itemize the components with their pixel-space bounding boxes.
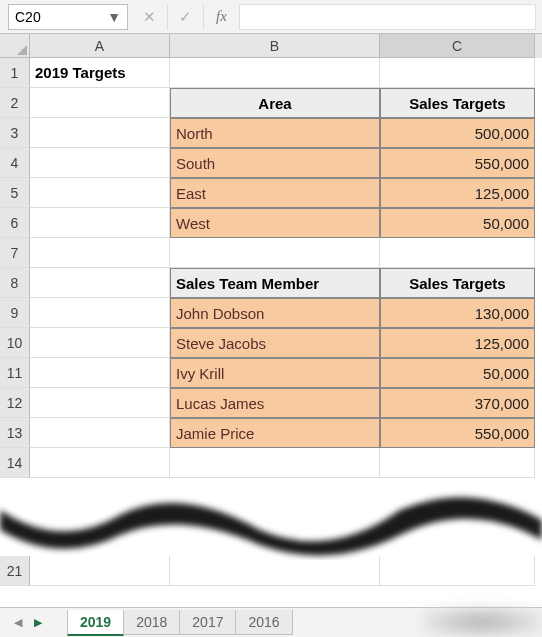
row-header[interactable]: 2 bbox=[0, 88, 30, 118]
row-header[interactable]: 11 bbox=[0, 358, 30, 388]
row-header[interactable]: 3 bbox=[0, 118, 30, 148]
cell-target[interactable]: 370,000 bbox=[380, 388, 535, 418]
col-header-c[interactable]: C bbox=[380, 34, 535, 58]
tab-nav-prev-icon[interactable]: ◀ bbox=[8, 616, 28, 629]
row-header[interactable]: 13 bbox=[0, 418, 30, 448]
cell[interactable] bbox=[30, 298, 170, 328]
row-header[interactable]: 5 bbox=[0, 178, 30, 208]
tab-nav-next-icon[interactable]: ▶ bbox=[28, 616, 48, 629]
formula-bar: C20 ▼ ✕ ✓ fx bbox=[0, 0, 542, 34]
chevron-down-icon[interactable]: ▼ bbox=[107, 9, 121, 25]
cell-b8[interactable]: Sales Team Member bbox=[170, 268, 380, 298]
cancel-formula-button: ✕ bbox=[132, 4, 168, 30]
name-box-value: C20 bbox=[15, 9, 41, 25]
cell-target[interactable]: 130,000 bbox=[380, 298, 535, 328]
cell[interactable] bbox=[30, 238, 170, 268]
fx-button[interactable]: fx bbox=[204, 4, 240, 30]
cell-member[interactable]: Steve Jacobs bbox=[170, 328, 380, 358]
cell-a1[interactable]: 2019 Targets bbox=[30, 58, 170, 88]
cell-c2[interactable]: Sales Targets bbox=[380, 88, 535, 118]
cell[interactable] bbox=[170, 238, 380, 268]
cell[interactable] bbox=[30, 268, 170, 298]
row-header[interactable]: 9 bbox=[0, 298, 30, 328]
cell-area[interactable]: West bbox=[170, 208, 380, 238]
formula-input[interactable] bbox=[240, 4, 536, 30]
row-header[interactable]: 21 bbox=[0, 556, 30, 586]
cell-target[interactable]: 50,000 bbox=[380, 208, 535, 238]
cell[interactable] bbox=[30, 358, 170, 388]
cell-area[interactable]: North bbox=[170, 118, 380, 148]
cell-member[interactable]: John Dobson bbox=[170, 298, 380, 328]
cell[interactable] bbox=[30, 418, 170, 448]
blur-decoration bbox=[422, 607, 542, 637]
cell-member[interactable]: Lucas James bbox=[170, 388, 380, 418]
cell[interactable] bbox=[380, 556, 535, 586]
row-header[interactable]: 4 bbox=[0, 148, 30, 178]
sheet-tabs-bar: ◀ ▶ 2019 2018 2017 2016 bbox=[0, 607, 542, 637]
cell-target[interactable]: 550,000 bbox=[380, 418, 535, 448]
sheet-tab-2018[interactable]: 2018 bbox=[123, 610, 180, 635]
cell-target[interactable]: 550,000 bbox=[380, 148, 535, 178]
cell-member[interactable]: Jamie Price bbox=[170, 418, 380, 448]
name-box[interactable]: C20 ▼ bbox=[8, 4, 128, 30]
cell-b1[interactable] bbox=[170, 58, 380, 88]
cell[interactable] bbox=[30, 328, 170, 358]
cell-c1[interactable] bbox=[380, 58, 535, 88]
cell[interactable] bbox=[170, 448, 380, 478]
accept-formula-button: ✓ bbox=[168, 4, 204, 30]
sheet-tab-2017[interactable]: 2017 bbox=[179, 610, 236, 635]
grid-continuation: 21 bbox=[0, 556, 542, 586]
row-header[interactable]: 1 bbox=[0, 58, 30, 88]
col-header-a[interactable]: A bbox=[30, 34, 170, 58]
cell-c8[interactable]: Sales Targets bbox=[380, 268, 535, 298]
cell[interactable] bbox=[30, 556, 170, 586]
row-header[interactable]: 10 bbox=[0, 328, 30, 358]
sheet-tab-2016[interactable]: 2016 bbox=[235, 610, 292, 635]
cell-target[interactable]: 125,000 bbox=[380, 178, 535, 208]
cell[interactable] bbox=[30, 118, 170, 148]
column-headers: A B C bbox=[0, 34, 542, 58]
sheet-tab-2019[interactable]: 2019 bbox=[67, 610, 124, 636]
row-header[interactable]: 8 bbox=[0, 268, 30, 298]
cell[interactable] bbox=[380, 448, 535, 478]
cell-target[interactable]: 125,000 bbox=[380, 328, 535, 358]
cell[interactable] bbox=[380, 238, 535, 268]
select-all-corner[interactable] bbox=[0, 34, 30, 58]
cell-area[interactable]: South bbox=[170, 148, 380, 178]
cell[interactable] bbox=[170, 556, 380, 586]
cell-target[interactable]: 500,000 bbox=[380, 118, 535, 148]
fx-label: fx bbox=[216, 8, 227, 25]
row-header[interactable]: 7 bbox=[0, 238, 30, 268]
cell[interactable] bbox=[30, 388, 170, 418]
cell[interactable] bbox=[30, 148, 170, 178]
cell[interactable] bbox=[30, 448, 170, 478]
torn-edge-decoration bbox=[0, 490, 542, 560]
cell-member[interactable]: Ivy Krill bbox=[170, 358, 380, 388]
cell-b2[interactable]: Area bbox=[170, 88, 380, 118]
cell-target[interactable]: 50,000 bbox=[380, 358, 535, 388]
row-header[interactable]: 14 bbox=[0, 448, 30, 478]
cell-a2[interactable] bbox=[30, 88, 170, 118]
row-header[interactable]: 12 bbox=[0, 388, 30, 418]
cell-area[interactable]: East bbox=[170, 178, 380, 208]
cell[interactable] bbox=[30, 208, 170, 238]
cell[interactable] bbox=[30, 178, 170, 208]
row-header[interactable]: 6 bbox=[0, 208, 30, 238]
col-header-b[interactable]: B bbox=[170, 34, 380, 58]
